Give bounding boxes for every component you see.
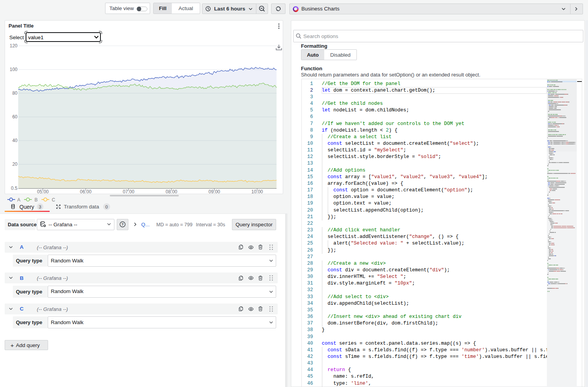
svg-text:06:00: 06:00 [80, 189, 92, 194]
svg-text:07:00: 07:00 [123, 189, 134, 194]
svg-text:120: 120 [10, 43, 17, 49]
svg-text:05:00: 05:00 [37, 189, 48, 194]
svg-text:09:00: 09:00 [208, 189, 220, 194]
svg-text:08:00: 08:00 [166, 189, 177, 194]
svg-text:40: 40 [12, 138, 18, 143]
svg-text:20: 20 [12, 161, 18, 167]
svg-text:60: 60 [12, 114, 18, 120]
svg-text:0.5: 0.5 [11, 186, 17, 191]
svg-text:?: ? [121, 222, 124, 226]
svg-text:80: 80 [12, 90, 18, 96]
svg-text:100: 100 [10, 67, 17, 72]
svg-text:10:00: 10:00 [251, 189, 263, 194]
